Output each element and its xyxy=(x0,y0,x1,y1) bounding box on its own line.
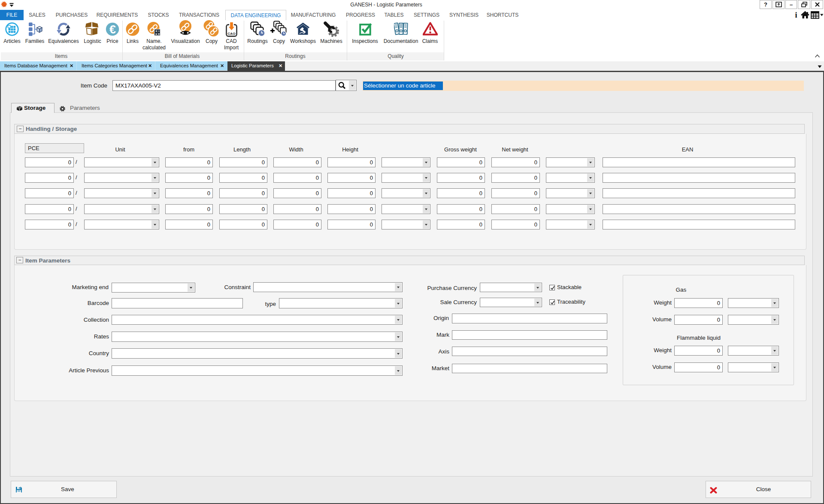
svg-text:CAO: CAO xyxy=(227,32,236,36)
svg-text:€: € xyxy=(109,23,116,36)
